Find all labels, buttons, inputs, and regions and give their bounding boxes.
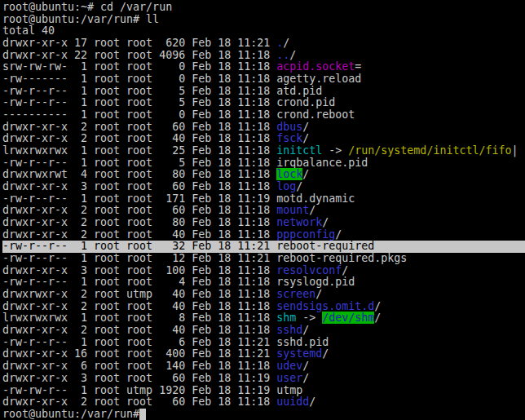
terminal-text: root@ubuntu:~# cd /var/run: [2, 1, 172, 13]
terminal-line: total 40: [2, 25, 525, 38]
file-name-segment: /: [322, 347, 329, 360]
file-name-segment: /: [309, 396, 315, 408]
terminal-screen[interactable]: root@ubuntu:~# cd /var/runroot@ubuntu:/v…: [2, 2, 525, 420]
file-row: -rw-r--r-- 1 root root 171 Feb 18 11:19 …: [2, 193, 525, 206]
file-name-segment: reboot-required: [276, 240, 374, 252]
file-row: drwxr-xr-x 2 root root 60 Feb 18 11:18 u…: [2, 396, 525, 409]
file-meta: -rw-r--r-- 1 root root 5 Feb 18 11:18: [2, 96, 276, 108]
file-meta: drwxr-xr-x 2 root root 80 Feb 18 11:18: [2, 216, 276, 228]
file-row: drwxrwxrwt 4 root root 80 Feb 18 11:18 l…: [2, 169, 525, 181]
file-name-segment: reboot-required.pkgs: [276, 252, 407, 264]
directory-name: udev: [276, 360, 302, 372]
file-name-segment: /: [302, 121, 309, 133]
file-name-segment: /: [302, 372, 309, 384]
file-name-segment: /: [374, 300, 381, 312]
file-meta: drwxr-xr-x 2 root root 60 Feb 18 11:18: [2, 396, 276, 408]
file-name-segment: /: [283, 37, 289, 49]
symlink-target: /run/systemd/initctl/fifo: [348, 144, 511, 157]
prompt-text: root@ubuntu:/var/run#: [2, 408, 139, 420]
directory-name: pppconfig: [276, 228, 335, 241]
file-meta: -rw-r--r-- 1 root root 12 Feb 18 11:21: [2, 252, 276, 264]
file-row: drwxrwxr-x 2 root utmp 40 Feb 18 11:18 s…: [2, 289, 525, 301]
file-row: srw-rw-rw- 1 root root 0 Feb 18 11:18 ac…: [2, 61, 525, 73]
file-meta: srw-rw-rw- 1 root root 0 Feb 18 11:18: [2, 60, 276, 73]
file-meta: drwxr-xr-x 16 root root 400 Feb 18 11:21: [2, 347, 276, 360]
file-meta: drwxr-xr-x 3 root root 60 Feb 18 11:19: [2, 372, 276, 384]
file-row: lrwxrwxrwx 1 root root 8 Feb 18 11:18 sh…: [2, 312, 525, 325]
file-row: drwxr-xr-x 2 root root 40 Feb 18 11:18 s…: [2, 301, 525, 313]
file-meta: -rw-rw-r-- 1 root utmp 1920 Feb 18 11:19: [2, 384, 276, 396]
terminal-line: root@ubuntu:/var/run# ll: [2, 14, 525, 26]
file-meta: drwxr-xr-x 2 root root 40 Feb 18 11:18: [2, 300, 276, 312]
directory-name: ..: [276, 49, 289, 61]
socket-name: acpid.socket: [276, 60, 355, 73]
file-name-segment: motd.dynamic: [276, 192, 355, 205]
file-row: drwxr-xr-x 16 root root 400 Feb 18 11:21…: [2, 348, 525, 360]
file-row: drwxr-xr-x 3 root root 60 Feb 18 11:18 l…: [2, 181, 525, 193]
directory-name: mount: [276, 204, 309, 216]
directory-name: log: [276, 180, 296, 192]
directory-name: fsck: [276, 132, 302, 144]
file-name-segment: /: [342, 264, 348, 276]
file-row: drwxr-xr-x 2 root root 40 Feb 18 11:18 f…: [2, 133, 525, 145]
file-row-selected: -rw-r--r-- 1 root root 32 Feb 18 11:21 r…: [2, 241, 525, 253]
file-row: drwxr-xr-x 2 root root 60 Feb 18 11:18 d…: [2, 122, 525, 134]
symlink-name: shm: [276, 312, 296, 324]
symlink-name: initctl: [276, 144, 322, 157]
file-name-segment: =: [355, 60, 361, 73]
file-row: -rw-rw-r-- 1 root utmp 1920 Feb 18 11:19…: [2, 385, 525, 397]
world-writable-dir-name: /dev/shm: [322, 312, 374, 324]
file-name-segment: /: [302, 360, 309, 372]
file-meta: -rw-r--r-- 1 root root 5 Feb 18 11:18: [2, 85, 276, 97]
file-meta: drwxr-xr-x 2 root root 60 Feb 18 11:18: [2, 121, 276, 133]
file-row: drwxr-xr-x 17 root root 620 Feb 18 11:21…: [2, 38, 525, 50]
file-name-segment: /: [302, 324, 309, 336]
file-name-segment: /: [315, 288, 322, 300]
directory-name: dbus: [276, 121, 302, 133]
file-row: drwxr-xr-x 2 root root 80 Feb 18 11:18 n…: [2, 217, 525, 229]
world-writable-dir-name: lock: [276, 168, 302, 180]
file-meta: drwxr-xr-x 2 root root 60 Feb 18 11:18: [2, 204, 276, 216]
file-name-segment: atd.pid: [276, 85, 322, 97]
file-name-segment: /: [335, 228, 342, 241]
file-meta: ---------- 1 root root 0 Feb 18 11:18: [2, 108, 276, 121]
file-name-segment: rsyslogd.pid: [276, 276, 355, 288]
terminal-text: root@ubuntu:/var/run# ll: [2, 13, 159, 25]
file-name-segment: /: [302, 168, 309, 180]
directory-name: sshd: [276, 324, 302, 336]
file-name-segment: /: [322, 216, 329, 228]
file-name-segment: ->: [322, 144, 348, 157]
file-meta: lrwxrwxrwx 1 root root 25 Feb 18 11:18: [2, 144, 276, 157]
file-row: drwxr-xr-x 3 root root 60 Feb 18 11:19 u…: [2, 373, 525, 385]
directory-name: systemd: [276, 347, 322, 360]
file-row: drwxr-xr-x 2 root root 40 Feb 18 11:18 s…: [2, 325, 525, 337]
terminal-window: root@ubuntu:~# cd /var/runroot@ubuntu:/v…: [0, 0, 525, 420]
file-name-segment: agetty.reload: [276, 73, 361, 85]
file-meta: -rw-r--r-- 1 root root 171 Feb 18 11:19: [2, 192, 276, 205]
file-meta: drwxr-xr-x 6 root root 140 Feb 18 11:18: [2, 360, 276, 372]
file-row: ---------- 1 root root 0 Feb 18 11:18 cr…: [2, 109, 525, 122]
file-meta: drwxr-xr-x 2 root root 40 Feb 18 11:18: [2, 228, 276, 241]
file-meta: -rw-r--r-- 1 root root 4 Feb 18 11:18: [2, 276, 276, 288]
file-name-segment: /: [302, 132, 309, 144]
file-meta: drwxr-xr-x 2 root root 40 Feb 18 11:18: [2, 132, 276, 144]
cursor: [139, 409, 146, 420]
file-row: drwxr-xr-x 2 root root 60 Feb 18 11:18 m…: [2, 205, 525, 217]
file-meta: drwxr-xr-x 17 root root 620 Feb 18 11:21: [2, 37, 276, 49]
file-row: -rw-r--r-- 1 root root 6 Feb 18 11:21 ss…: [2, 337, 525, 349]
file-name-segment: irqbalance.pid: [276, 157, 368, 169]
directory-name: uuidd: [276, 396, 309, 408]
file-row: -rw-r--r-- 1 root root 5 Feb 18 11:18 at…: [2, 86, 525, 98]
file-row: -rw-r--r-- 1 root root 4 Feb 18 11:18 rs…: [2, 276, 525, 289]
file-row: drwxr-xr-x 3 root root 100 Feb 18 11:18 …: [2, 265, 525, 277]
file-name-segment: sshd.pid: [276, 336, 329, 348]
file-row: drwxr-xr-x 2 root root 40 Feb 18 11:18 p…: [2, 229, 525, 241]
file-name-segment: utmp: [276, 384, 302, 396]
file-meta: drwxrwxr-x 2 root utmp 40 Feb 18 11:18: [2, 288, 276, 300]
file-name-segment: ->: [296, 312, 322, 324]
file-meta: drwxr-xr-x 2 root root 40 Feb 18 11:18: [2, 324, 276, 336]
file-name-segment: /: [296, 180, 302, 192]
file-name-segment: /: [309, 204, 315, 216]
file-meta: drwxr-xr-x 22 root root 4096 Feb 18 11:1…: [2, 49, 276, 61]
file-meta: -rw-r--r-- 1 root root 6 Feb 18 11:21: [2, 336, 276, 348]
